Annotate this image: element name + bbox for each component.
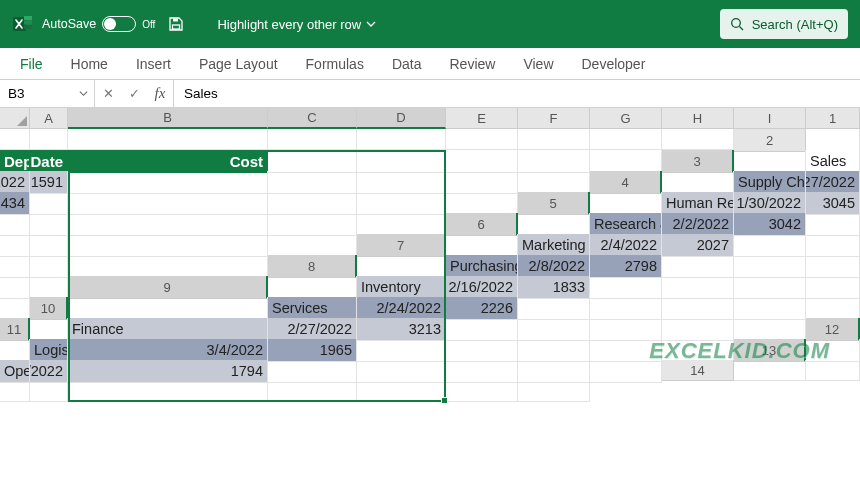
- cell-D14[interactable]: [30, 381, 68, 402]
- cell-E2[interactable]: [268, 150, 357, 173]
- cell-E9[interactable]: [590, 276, 662, 299]
- cell-H10[interactable]: [734, 297, 806, 320]
- cell-C6[interactable]: 2/2/2022: [662, 213, 734, 236]
- row-header-7[interactable]: 7: [357, 234, 446, 257]
- column-header-D[interactable]: D: [357, 108, 446, 129]
- row-header-4[interactable]: 4: [590, 171, 662, 194]
- row-header-5[interactable]: 5: [518, 192, 590, 215]
- cell-F4[interactable]: [68, 192, 268, 215]
- document-title[interactable]: Highlight every other row: [217, 17, 376, 32]
- worksheet[interactable]: ABCDEFGHI12DepartmentDateCost3Sales1/1/2…: [0, 108, 860, 402]
- cell-F7[interactable]: [806, 234, 860, 257]
- cell-G1[interactable]: [518, 129, 590, 150]
- cell-F12[interactable]: [446, 339, 518, 362]
- cell-C12[interactable]: 3/4/2022: [68, 339, 268, 362]
- cell-B6[interactable]: Research & Development: [590, 213, 662, 236]
- tab-page-layout[interactable]: Page Layout: [185, 48, 292, 79]
- column-header-F[interactable]: F: [518, 108, 590, 129]
- cell-G9[interactable]: [734, 276, 806, 299]
- cell-D7[interactable]: 2027: [662, 234, 734, 257]
- cell-G6[interactable]: [30, 234, 68, 257]
- tab-developer[interactable]: Developer: [568, 48, 660, 79]
- formula-input[interactable]: Sales: [174, 80, 860, 107]
- cell-B11[interactable]: Finance: [68, 318, 268, 341]
- cell-C13[interactable]: 3/12/2022: [30, 360, 68, 383]
- cell-E8[interactable]: [662, 255, 734, 278]
- cell-A11[interactable]: [30, 318, 68, 341]
- cell-D6[interactable]: 3042: [734, 213, 806, 236]
- cell-G2[interactable]: [446, 150, 518, 173]
- search-input[interactable]: Search (Alt+Q): [720, 9, 848, 39]
- column-header-H[interactable]: H: [662, 108, 734, 129]
- cell-A10[interactable]: [68, 297, 268, 320]
- cell-B13[interactable]: Operational: [0, 360, 30, 383]
- cell-F14[interactable]: [268, 381, 357, 402]
- cell-I8[interactable]: [30, 276, 68, 299]
- cell-E4[interactable]: [30, 192, 68, 215]
- cell-I6[interactable]: [268, 234, 357, 257]
- cancel-formula-button[interactable]: ✕: [95, 80, 121, 107]
- cell-F2[interactable]: [357, 150, 446, 173]
- cell-B8[interactable]: Purchasing: [446, 255, 518, 278]
- name-box[interactable]: B3: [0, 80, 95, 107]
- column-header-C[interactable]: C: [268, 108, 357, 129]
- tab-view[interactable]: View: [509, 48, 567, 79]
- cell-H2[interactable]: [518, 150, 590, 173]
- cell-F9[interactable]: [662, 276, 734, 299]
- cell-F6[interactable]: [0, 234, 30, 257]
- cell-B12[interactable]: Logistics: [30, 339, 68, 362]
- cell-D12[interactable]: 1965: [268, 339, 357, 362]
- cell-D1[interactable]: [268, 129, 357, 150]
- cell-E3[interactable]: [68, 171, 268, 194]
- tab-insert[interactable]: Insert: [122, 48, 185, 79]
- cell-I9[interactable]: [0, 297, 30, 320]
- cell-F10[interactable]: [590, 297, 662, 320]
- cell-D8[interactable]: 2798: [590, 255, 662, 278]
- cell-G10[interactable]: [662, 297, 734, 320]
- cell-H9[interactable]: [806, 276, 860, 299]
- cell-C8[interactable]: 2/8/2022: [518, 255, 590, 278]
- row-header-3[interactable]: 3: [662, 150, 734, 173]
- cell-E5[interactable]: [0, 213, 30, 236]
- cell-A8[interactable]: [357, 255, 446, 278]
- column-header-A[interactable]: A: [30, 108, 68, 129]
- insert-function-button[interactable]: fx: [147, 80, 173, 107]
- cell-F13[interactable]: [357, 360, 446, 383]
- cell-B4[interactable]: Supply Chain: [734, 171, 806, 194]
- cell-A2[interactable]: [806, 129, 860, 152]
- row-header-1[interactable]: 1: [806, 108, 860, 129]
- cell-G5[interactable]: [68, 213, 268, 236]
- cell-D2[interactable]: Cost: [68, 150, 268, 173]
- cell-G13[interactable]: [446, 360, 518, 383]
- row-header-11[interactable]: 11: [0, 318, 30, 341]
- row-header-6[interactable]: 6: [446, 213, 518, 236]
- cell-I3[interactable]: [518, 171, 590, 194]
- cell-G3[interactable]: [357, 171, 446, 194]
- cell-D5[interactable]: 3045: [806, 192, 860, 215]
- column-header-E[interactable]: E: [446, 108, 518, 129]
- cell-A4[interactable]: [662, 171, 734, 194]
- cell-C4[interactable]: 1/27/2022: [806, 171, 860, 194]
- save-button[interactable]: [163, 11, 189, 37]
- cell-E12[interactable]: [357, 339, 446, 362]
- cell-C9[interactable]: 2/16/2022: [446, 276, 518, 299]
- cell-H4[interactable]: [357, 192, 446, 215]
- cell-C10[interactable]: 2/24/2022: [357, 297, 446, 320]
- cell-I2[interactable]: [590, 150, 662, 173]
- cell-C14[interactable]: [0, 381, 30, 402]
- cell-G7[interactable]: [0, 255, 30, 278]
- select-all-button[interactable]: [0, 108, 30, 129]
- tab-data[interactable]: Data: [378, 48, 436, 79]
- tab-file[interactable]: File: [6, 48, 57, 79]
- cell-F8[interactable]: [734, 255, 806, 278]
- cell-A3[interactable]: [734, 150, 806, 173]
- cell-G14[interactable]: [357, 381, 446, 402]
- cell-E11[interactable]: [446, 318, 518, 341]
- column-header-B[interactable]: B: [68, 108, 268, 129]
- cell-D11[interactable]: 3213: [357, 318, 446, 341]
- cell-E1[interactable]: [357, 129, 446, 150]
- cell-D3[interactable]: 1591: [30, 171, 68, 194]
- cell-H13[interactable]: [518, 360, 590, 383]
- tab-review[interactable]: Review: [436, 48, 510, 79]
- cell-C3[interactable]: 1/1/2022: [0, 171, 30, 194]
